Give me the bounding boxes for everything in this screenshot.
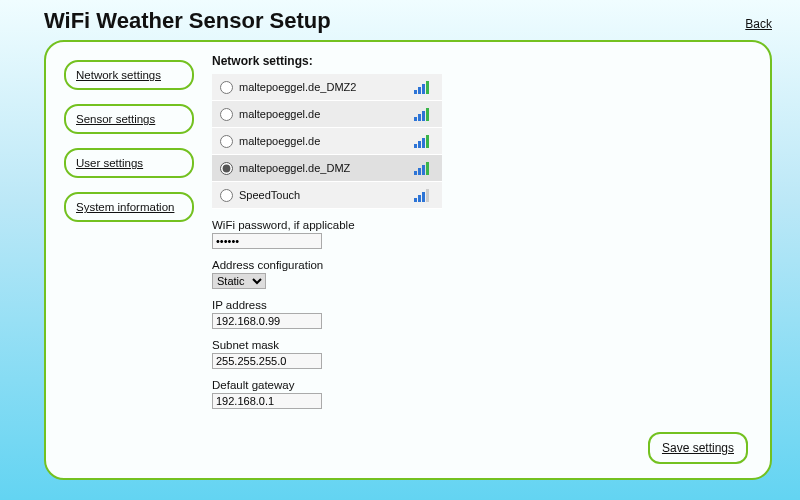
sidebar-item-user[interactable]: User settings	[64, 148, 194, 178]
sidebar-item-sensor[interactable]: Sensor settings	[64, 104, 194, 134]
wifi-network-row[interactable]: maltepoeggel.de	[212, 128, 442, 155]
wifi-network-row[interactable]: SpeedTouch	[212, 182, 442, 209]
default-gateway-label: Default gateway	[212, 379, 752, 391]
signal-icon	[414, 161, 434, 175]
sidebar-item-network[interactable]: Network settings	[64, 60, 194, 90]
section-title: Network settings:	[212, 54, 752, 68]
signal-icon	[414, 107, 434, 121]
address-config-select[interactable]: StaticDHCP	[212, 273, 266, 289]
wifi-network-name: maltepoeggel.de	[239, 108, 414, 120]
wifi-network-name: maltepoeggel.de_DMZ2	[239, 81, 414, 93]
ip-address-input[interactable]	[212, 313, 322, 329]
subnet-mask-input[interactable]	[212, 353, 322, 369]
wifi-password-input[interactable]	[212, 233, 322, 249]
signal-icon	[414, 80, 434, 94]
ip-address-label: IP address	[212, 299, 752, 311]
default-gateway-input[interactable]	[212, 393, 322, 409]
wifi-network-radio[interactable]	[220, 189, 233, 202]
wifi-password-label: WiFi password, if applicable	[212, 219, 752, 231]
wifi-network-row[interactable]: maltepoeggel.de_DMZ	[212, 155, 442, 182]
signal-icon	[414, 134, 434, 148]
wifi-network-radio[interactable]	[220, 135, 233, 148]
sidebar: Network settings Sensor settings User se…	[64, 52, 194, 466]
wifi-network-name: SpeedTouch	[239, 189, 414, 201]
wifi-network-name: maltepoeggel.de_DMZ	[239, 162, 414, 174]
wifi-network-radio[interactable]	[220, 108, 233, 121]
back-link[interactable]: Back	[745, 17, 772, 31]
save-settings-button[interactable]: Save settings	[648, 432, 748, 464]
wifi-network-name: maltepoeggel.de	[239, 135, 414, 147]
page-title: WiFi Weather Sensor Setup	[44, 8, 331, 34]
address-config-label: Address configuration	[212, 259, 752, 271]
content-area: Network settings: maltepoeggel.de_DMZ2ma…	[212, 52, 752, 466]
signal-icon	[414, 188, 434, 202]
main-panel: Network settings Sensor settings User se…	[44, 40, 772, 480]
subnet-mask-label: Subnet mask	[212, 339, 752, 351]
wifi-network-list[interactable]: maltepoeggel.de_DMZ2maltepoeggel.demalte…	[212, 74, 442, 209]
wifi-network-radio[interactable]	[220, 162, 233, 175]
wifi-network-row[interactable]: maltepoeggel.de	[212, 101, 442, 128]
wifi-network-radio[interactable]	[220, 81, 233, 94]
sidebar-item-system[interactable]: System information	[64, 192, 194, 222]
wifi-network-row[interactable]: maltepoeggel.de_DMZ2	[212, 74, 442, 101]
